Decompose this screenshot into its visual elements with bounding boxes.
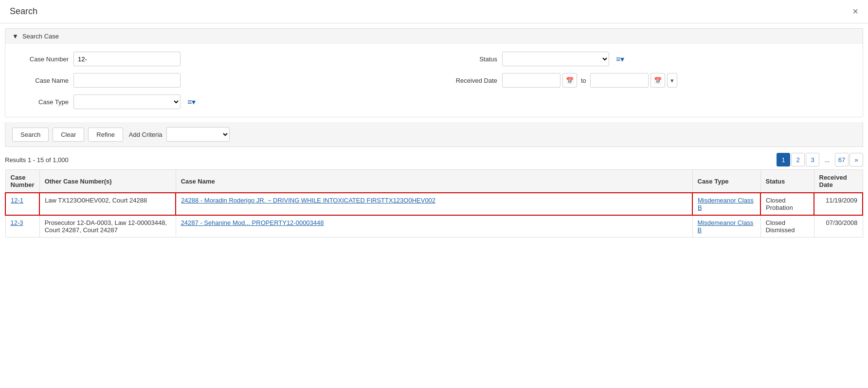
form-grid: Case Number Case Name Case Type ≡▾: [15, 52, 853, 109]
page-2-button[interactable]: 2: [791, 153, 805, 166]
th-status: Status: [760, 170, 814, 193]
modal-title: Search: [10, 6, 37, 17]
add-criteria-select[interactable]: [166, 127, 230, 142]
case-name-link[interactable]: 24287 - Sehanine Mod... PROPERTY12-00003…: [181, 219, 324, 226]
page-next-button[interactable]: »: [850, 153, 863, 166]
cell-other-case: Law TX123O0HEV002, Court 24288: [39, 193, 176, 215]
case-type-link[interactable]: Misdemeanor Class B: [698, 219, 754, 234]
search-button[interactable]: Search: [12, 128, 49, 142]
search-section: ▼ Search Case Case Number Case Name Case…: [5, 28, 863, 117]
case-type-label: Case Type: [15, 98, 69, 106]
case-type-row: Case Type ≡▾: [15, 94, 424, 109]
cell-case-type: Misdemeanor Class B: [692, 193, 760, 215]
case-type-link[interactable]: Misdemeanor Class B: [698, 197, 754, 211]
pagination: 1 2 3 ... 67 »: [777, 153, 863, 166]
clear-button[interactable]: Clear: [53, 128, 84, 142]
th-case-number: Case Number: [5, 170, 39, 193]
case-name-input[interactable]: [73, 73, 181, 88]
cell-case-type: Misdemeanor Class B: [692, 215, 760, 238]
table-row: 12-1Law TX123O0HEV002, Court 2428824288 …: [5, 193, 863, 215]
table-row: 12-3Prosecutor 12-DA-0003, Law 12-000034…: [5, 215, 863, 238]
cell-other-case: Prosecutor 12-DA-0003, Law 12-00003448, …: [39, 215, 176, 238]
results-summary: Results 1 - 15 of 1,000: [5, 156, 69, 164]
section-title: Search Case: [22, 33, 59, 40]
case-number-link[interactable]: 12-1: [11, 197, 23, 204]
case-name-label: Case Name: [15, 77, 69, 84]
section-header[interactable]: ▼ Search Case: [5, 29, 863, 44]
page-ellipsis: ...: [820, 153, 834, 166]
status-list-icon[interactable]: ≡▾: [614, 54, 626, 65]
date-from-calendar-icon[interactable]: 📅: [562, 73, 577, 88]
case-number-label: Case Number: [15, 55, 69, 63]
cell-status: Closed Dismissed: [760, 215, 814, 238]
case-number-row: Case Number: [15, 52, 424, 66]
cell-case-number: 12-3: [5, 215, 39, 238]
cell-case-number: 12-1: [5, 193, 39, 215]
case-name-link[interactable]: 24288 - Moradin Roderigo JR. ~ DRIVING W…: [181, 197, 435, 204]
status-label: Status: [444, 55, 497, 63]
action-bar: Search Clear Refine Add Criteria: [5, 122, 863, 147]
case-name-row: Case Name: [15, 73, 424, 88]
close-button[interactable]: ×: [852, 6, 858, 17]
date-separator: to: [579, 77, 588, 84]
collapse-icon: ▼: [12, 33, 18, 40]
th-case-type: Case Type: [692, 170, 760, 193]
section-body: Case Number Case Name Case Type ≡▾: [5, 44, 863, 117]
cell-received-date: 11/19/2009: [814, 193, 863, 215]
status-row: Status ≡▾: [444, 52, 853, 66]
results-wrapper: Case Number Other Case Number(s) Case Na…: [0, 169, 868, 238]
results-table: Case Number Other Case Number(s) Case Na…: [5, 169, 863, 238]
date-range: 📅 to 📅 ▾: [502, 73, 677, 88]
date-to-input[interactable]: [590, 73, 649, 88]
modal-header: Search ×: [0, 0, 868, 23]
case-number-input[interactable]: [73, 52, 181, 66]
page-3-button[interactable]: 3: [806, 153, 819, 166]
results-bar: Results 1 - 15 of 1,000 1 2 3 ... 67 »: [5, 153, 863, 166]
table-header-row: Case Number Other Case Number(s) Case Na…: [5, 170, 863, 193]
case-type-select[interactable]: [73, 94, 181, 109]
th-case-name: Case Name: [176, 170, 692, 193]
cell-status: Closed Probation: [760, 193, 814, 215]
cell-received-date: 07/30/2008: [814, 215, 863, 238]
received-date-label: Received Date: [444, 77, 497, 84]
th-other-case: Other Case Number(s): [39, 170, 176, 193]
date-to-calendar-icon[interactable]: 📅: [651, 73, 665, 88]
case-number-link[interactable]: 12-3: [11, 219, 23, 226]
page-1-button[interactable]: 1: [777, 153, 790, 166]
date-from-input[interactable]: [502, 73, 561, 88]
date-range-dropdown[interactable]: ▾: [667, 73, 677, 88]
cell-case-name: 24288 - Moradin Roderigo JR. ~ DRIVING W…: [176, 193, 692, 215]
received-date-row: Received Date 📅 to 📅 ▾: [444, 73, 853, 88]
add-criteria-label: Add Criteria: [129, 131, 163, 138]
status-select[interactable]: [502, 52, 609, 66]
page-67-button[interactable]: 67: [835, 153, 849, 166]
case-type-list-icon[interactable]: ≡▾: [185, 96, 198, 108]
th-received-date: Received Date: [814, 170, 863, 193]
refine-button[interactable]: Refine: [88, 128, 123, 142]
cell-case-name: 24287 - Sehanine Mod... PROPERTY12-00003…: [176, 215, 692, 238]
